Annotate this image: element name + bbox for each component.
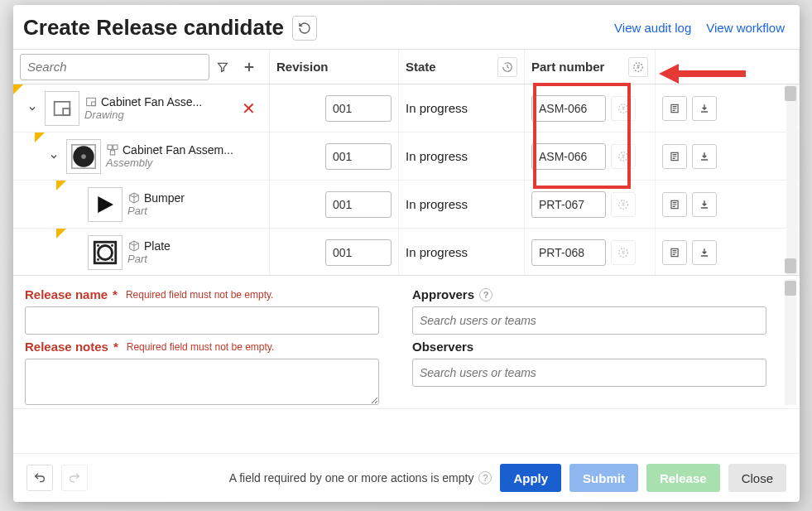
undo-button[interactable] (26, 465, 53, 491)
svg-text:#: # (637, 64, 640, 70)
table-row: Cabinet Fan Assem...AssemblyIn progress# (13, 133, 800, 181)
refresh-icon (298, 22, 311, 35)
revision-cell (270, 229, 399, 275)
generate-number-button[interactable]: # (611, 144, 636, 169)
observers-input[interactable] (412, 359, 766, 387)
item-name[interactable]: Plate (144, 239, 171, 253)
revision-input[interactable] (325, 143, 392, 170)
item-name[interactable]: Bumper (144, 191, 185, 205)
footer: A field required by one or more actions … (13, 453, 800, 502)
svg-point-29 (111, 258, 113, 261)
filter-button[interactable] (209, 54, 236, 80)
filter-icon (216, 60, 229, 74)
state-cell: In progress (399, 133, 525, 180)
notes-button[interactable] (662, 192, 687, 217)
state-header[interactable]: State (399, 50, 525, 84)
generate-number-button[interactable]: # (611, 240, 636, 265)
observers-label: Observers (412, 340, 766, 354)
add-button[interactable] (236, 54, 262, 80)
partnumber-action-icon[interactable]: # (628, 57, 648, 77)
name-block: PlatePart (127, 239, 262, 265)
workflow-link[interactable]: View workflow (706, 21, 785, 35)
submit-button[interactable]: Submit (569, 464, 638, 492)
form-scrollbar[interactable] (785, 279, 796, 405)
redo-icon (68, 471, 81, 484)
revision-cell (270, 133, 399, 180)
svg-text:#: # (622, 153, 625, 159)
item-type: Drawing (84, 108, 235, 121)
redo-button[interactable] (61, 465, 88, 491)
header-links: View audit log View workflow (614, 21, 785, 35)
actions-cell (656, 229, 800, 275)
approvers-input[interactable] (412, 306, 766, 335)
remove-button[interactable]: ✕ (235, 99, 262, 118)
release-name-input[interactable] (25, 306, 379, 335)
expand-caret[interactable] (46, 152, 61, 161)
svg-rect-14 (108, 145, 112, 149)
partnumber-input[interactable] (531, 239, 606, 266)
release-modal: Create Release candidate View audit log … (13, 5, 800, 502)
revision-input[interactable] (325, 191, 392, 218)
revision-input[interactable] (325, 95, 392, 122)
scrollbar[interactable] (786, 84, 798, 275)
approvers-label: Approvers ? (412, 287, 766, 301)
form-area: Release name * Required field must not b… (13, 276, 800, 409)
refresh-button[interactable] (292, 16, 317, 41)
download-button[interactable] (692, 240, 717, 265)
footer-message: A field required by one or more actions … (229, 471, 492, 484)
name-header (13, 50, 270, 84)
download-button[interactable] (692, 96, 717, 121)
table-row: BumperPartIn progress# (13, 181, 800, 229)
thumbnail (88, 235, 123, 270)
item-name[interactable]: Cabinet Fan Asse... (101, 95, 202, 108)
release-name-error: Required field must not be empty. (126, 289, 274, 301)
state-action-icon[interactable] (497, 57, 517, 77)
release-notes-label: Release notes * Required field must not … (25, 340, 379, 354)
svg-rect-7 (92, 102, 96, 106)
notes-button[interactable] (662, 240, 687, 265)
name-cell: PlatePart (13, 229, 270, 275)
actions-header (656, 50, 800, 84)
required-mark-2: * (113, 340, 118, 354)
partnumber-input[interactable] (531, 95, 606, 122)
state-header-label: State (406, 60, 436, 74)
footer-help-icon[interactable]: ? (478, 471, 492, 484)
help-icon[interactable]: ? (479, 288, 492, 301)
modal-header: Create Release candidate View audit log … (13, 5, 800, 49)
audit-log-link[interactable]: View audit log (614, 21, 691, 35)
expand-caret[interactable] (25, 104, 40, 113)
release-button[interactable]: Release (646, 464, 720, 492)
download-button[interactable] (692, 144, 717, 169)
notes-button[interactable] (662, 96, 687, 121)
search-input[interactable] (20, 54, 209, 80)
actions-cell (656, 133, 800, 180)
partnumber-header[interactable]: Part number # (525, 50, 656, 84)
scroll-thumb-top[interactable] (785, 86, 796, 101)
plus-icon (242, 60, 257, 75)
svg-point-12 (81, 154, 86, 159)
partnumber-input[interactable] (531, 191, 606, 218)
release-notes-input[interactable] (25, 359, 379, 405)
revision-input[interactable] (325, 239, 392, 266)
partnumber-input[interactable] (531, 143, 606, 170)
scroll-thumb-bottom[interactable] (785, 258, 796, 273)
observers-label-text: Observers (412, 340, 473, 354)
modal-title: Create Release candidate (23, 15, 284, 41)
name-cell: Cabinet Fan Assem...Assembly (13, 133, 270, 180)
release-name-label: Release name * Required field must not b… (25, 287, 379, 301)
notes-button[interactable] (662, 144, 687, 169)
partnumber-cell: # (525, 181, 656, 228)
generate-number-button[interactable]: # (611, 192, 636, 217)
revision-cell (270, 84, 399, 132)
close-button[interactable]: Close (728, 464, 786, 492)
download-button[interactable] (692, 192, 717, 217)
form-scroll-thumb[interactable] (785, 281, 796, 296)
table-header: Revision State Part number # (13, 50, 800, 84)
status-marker-icon (13, 84, 23, 94)
thumbnail (66, 139, 101, 174)
revision-header[interactable]: Revision (270, 50, 399, 84)
svg-point-26 (97, 244, 99, 247)
generate-number-button[interactable]: # (611, 96, 636, 121)
apply-button[interactable]: Apply (500, 464, 561, 492)
item-name[interactable]: Cabinet Fan Assem... (123, 143, 233, 157)
